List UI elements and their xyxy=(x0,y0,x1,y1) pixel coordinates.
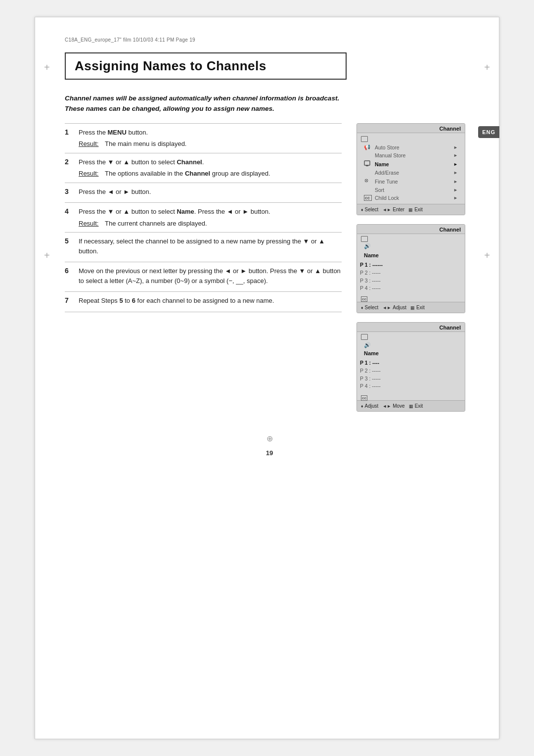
step-3: 3 Press the ◄ or ► button. xyxy=(65,183,342,203)
step-2: 2 Press the ▼ or ▲ button to select Chan… xyxy=(65,153,342,183)
tv-channel-2-row-3: P 4 : ----- xyxy=(360,284,462,292)
tv-row-4-icon xyxy=(364,178,372,185)
tv-row-4-label: Fine Tune xyxy=(375,179,398,185)
tv-row-2-label: Name xyxy=(375,161,389,167)
svg-point-3 xyxy=(367,179,368,180)
left-column: Channel names will be assigned automatic… xyxy=(65,94,342,412)
tv-footer-1-exit: ▦ Exit xyxy=(408,207,423,212)
tv-panel-2-top-icons xyxy=(357,234,465,242)
caption-icon-2: cc xyxy=(361,296,367,302)
tv-footer-2-exit: ▦ Exit xyxy=(410,305,425,310)
speaker-icon-3: 🔊 xyxy=(364,342,371,348)
grid-icon-2: ▦ xyxy=(410,305,415,310)
tv-channel-3-row-1: P 2 : ----- xyxy=(360,367,462,375)
tv-row-5-arrow: ► xyxy=(453,188,458,192)
tv-footer-2-select: ♦ Select xyxy=(361,305,378,310)
tv-menu-row-5: Sort ► xyxy=(361,186,461,194)
step-1-result-text: The main menu is displayed. xyxy=(105,139,186,149)
step-4-result-text: The current channels are displayed. xyxy=(105,219,207,229)
tv-panel-1-title: Channel xyxy=(357,124,465,133)
step-6-number: 6 xyxy=(65,267,74,275)
step-3-instruction: Press the ◄ or ► button. xyxy=(79,187,342,197)
tv-icon-3 xyxy=(361,334,368,340)
bottom-area: ⊕ xyxy=(65,431,474,444)
step-1-instruction: Press the MENU button. xyxy=(79,128,342,138)
tv-channel-3-row-3: P 4 : ----- xyxy=(360,382,462,390)
tv-menu-row-4: Fine Tune ► xyxy=(361,177,461,186)
step-4-content: Press the ▼ or ▲ button to select Name. … xyxy=(79,207,342,228)
footer-exit-label-3: Exit xyxy=(415,403,423,409)
tv-row-6-label: Child Lock xyxy=(375,195,399,201)
svg-point-5 xyxy=(367,181,368,182)
step-2-content: Press the ▼ or ▲ button to select Channe… xyxy=(79,157,342,179)
caption-icon-3: cc xyxy=(361,395,367,401)
step-1: 1 Press the MENU button. Result: The mai… xyxy=(65,123,342,153)
grid-icon-3: ▦ xyxy=(409,404,413,409)
tv-icon-2 xyxy=(361,236,368,242)
tv-row-1-arrow: ► xyxy=(453,153,458,158)
svg-rect-1 xyxy=(366,165,368,166)
svg-point-4 xyxy=(365,181,366,182)
step-7: 7 Repeat Steps 5 to 6 for each channel t… xyxy=(65,291,342,312)
intro-paragraph: Channel names will be assigned automatic… xyxy=(65,94,342,114)
crop-mark-top-left: + xyxy=(44,62,50,73)
tv-panel-2-title: Channel xyxy=(357,225,465,234)
tv-row-3-arrow: ► xyxy=(453,170,458,175)
crop-mark-top-right: + xyxy=(484,62,490,73)
right-column: Channel 📢 Auto Store ► Manual Store xyxy=(356,123,465,412)
lr-arrow-icon-2: ◄► xyxy=(382,305,391,310)
page-title: Assigning Names to Channels xyxy=(75,58,337,74)
tv-footer-3-exit: ▦ Exit xyxy=(409,403,423,409)
tv-footer-3-move: ◄► Move xyxy=(382,403,404,409)
grid-icon-1: ▦ xyxy=(408,207,413,212)
diamond-icon-1: ♦ xyxy=(361,207,363,212)
tv-panel-1-content: 📢 Auto Store ► Manual Store ► Name xyxy=(357,133,465,204)
page: C18A_ENG_europe_17" film 10/10/03 4:11 P… xyxy=(35,17,499,739)
footer-exit-label-2: Exit xyxy=(416,305,425,310)
tv-panel-1-icons xyxy=(361,136,461,142)
tv-footer-1-select: ♦ Select xyxy=(361,207,378,212)
crop-mark-mid-left: + xyxy=(44,250,50,261)
title-box: Assigning Names to Channels xyxy=(65,52,347,80)
footer-enter-label-1: Enter xyxy=(393,207,404,212)
step-6: 6 Move on the previous or next letter by… xyxy=(65,262,342,291)
eng-badge: ENG xyxy=(478,126,499,138)
step-1-content: Press the MENU button. Result: The main … xyxy=(79,128,342,149)
step-7-number: 7 xyxy=(65,296,74,304)
tv-channel-3-row-2: P 3 : ----- xyxy=(360,375,462,383)
lr-arrow-icon-1: ◄► xyxy=(382,207,391,212)
tv-panel-2: Channel 🔊 Name P 1 : ------ P 2 : ----- … xyxy=(356,224,465,313)
steps-list: 1 Press the MENU button. Result: The mai… xyxy=(65,123,342,312)
crosshair-bottom-icon: ⊕ xyxy=(267,434,273,443)
content-area: Channel names will be assigned automatic… xyxy=(65,94,474,412)
tv-panel-3-top-icons xyxy=(357,332,465,341)
tv-channel-2-row-0: P 1 : ------ xyxy=(360,261,462,269)
tv-row-6-icon: cc xyxy=(364,195,372,201)
tv-panel-3-channels: P 1 : ---- P 2 : ----- P 3 : ----- P 4 :… xyxy=(357,357,465,392)
tv-row-0-icon-speaker: 📢 xyxy=(364,144,372,150)
tv-panel-3-bottom-icons: cc xyxy=(357,392,465,400)
tv-footer-2-adjust: ◄► Adjust xyxy=(382,305,406,310)
page-number: 19 xyxy=(65,449,474,457)
tv-footer-3-adjust: ♦ Adjust xyxy=(361,403,378,409)
step-6-instruction: Move on the previous or next letter by p… xyxy=(79,266,342,285)
step-2-result-text: The options available in the Channel gro… xyxy=(105,169,270,179)
step-1-result-label: Result: xyxy=(79,139,101,149)
tv-menu-row-2: Name ► xyxy=(361,159,461,169)
step-7-content: Repeat Steps 5 to 6 for each channel to … xyxy=(79,296,342,308)
step-2-number: 2 xyxy=(65,158,74,166)
step-3-number: 3 xyxy=(65,188,74,195)
tv-row-2-icon xyxy=(364,160,372,168)
tv-channel-2-row-1: P 2 : ----- xyxy=(360,269,462,277)
crop-mark-mid-right: + xyxy=(484,250,490,261)
tv-row-1-label: Manual Store xyxy=(375,152,405,158)
tv-row-0-label: Auto Store xyxy=(375,144,400,150)
tv-row-4-arrow: ► xyxy=(453,179,458,184)
tv-panel-2-name-header: Name xyxy=(357,250,465,259)
header-meta: C18A_ENG_europe_17" film 10/10/03 4:11 P… xyxy=(65,37,474,43)
svg-rect-0 xyxy=(364,161,370,165)
tv-channel-2-row-2: P 3 : ----- xyxy=(360,277,462,285)
step-5: 5 If necessary, select the channel to be… xyxy=(65,232,342,262)
tv-panel-1-footer: ♦ Select ◄► Enter ▦ Exit xyxy=(357,204,465,215)
tv-panel-1: Channel 📢 Auto Store ► Manual Store xyxy=(356,123,465,215)
